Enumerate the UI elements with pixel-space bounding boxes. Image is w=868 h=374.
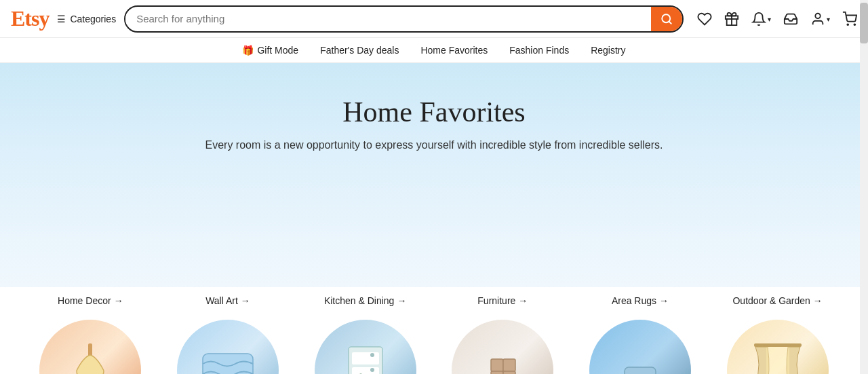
svg-point-42 — [370, 353, 374, 357]
category-circle-storage-organization — [315, 320, 416, 374]
arrow-icon: → — [241, 295, 250, 306]
etsy-logo[interactable]: Etsy — [11, 6, 49, 31]
category-item-curtains[interactable]: Curtains→ — [714, 320, 841, 374]
svg-line-1 — [669, 21, 671, 23]
svg-rect-41 — [352, 367, 379, 374]
category-label-wall-art: Wall Art→ — [205, 295, 250, 306]
bell-chevron: ▾ — [768, 16, 771, 23]
inbox-icon — [783, 12, 798, 26]
svg-rect-38 — [203, 354, 253, 374]
svg-rect-48 — [503, 371, 515, 374]
nav-fathers-day-label: Father's Day deals — [320, 45, 399, 56]
arrow-icon: → — [813, 295, 823, 306]
svg-rect-53 — [754, 343, 802, 347]
header-icons: ▾ ▾ — [697, 12, 857, 26]
arrow-icon: → — [659, 295, 669, 306]
svg-rect-50 — [625, 367, 656, 374]
heart-icon — [697, 12, 712, 26]
search-bar — [124, 5, 684, 33]
category-item-storage-organization[interactable]: Storage & Organization→ — [302, 320, 429, 374]
gift-button[interactable] — [724, 12, 739, 26]
search-input[interactable] — [125, 13, 651, 24]
account-button[interactable]: ▾ — [810, 12, 830, 26]
category-circle-curtains — [727, 320, 829, 374]
category-circle-bedding — [177, 320, 279, 374]
account-chevron: ▾ — [827, 16, 830, 23]
svg-rect-46 — [503, 359, 515, 371]
nav-gift-mode-label: Gift Mode — [257, 45, 298, 56]
nav-gift-mode[interactable]: 🎁 Gift Mode — [242, 45, 298, 56]
category-label-kitchen-dining: Kitchen & Dining→ — [324, 295, 407, 306]
categories-button[interactable]: ☰ Categories — [57, 14, 116, 24]
category-label-home-decor: Home Decor→ — [58, 295, 123, 306]
svg-rect-40 — [352, 352, 379, 364]
scrollbar-thumb[interactable] — [860, 3, 868, 43]
arrow-icon: → — [114, 295, 123, 306]
category-label-area-rugs: Area Rugs→ — [612, 295, 669, 306]
nav-registry-label: Registry — [591, 45, 625, 56]
svg-point-43 — [370, 368, 374, 372]
category-circle-bathroom — [589, 320, 691, 374]
cart-button[interactable] — [842, 12, 857, 26]
categories-label: Categories — [70, 14, 116, 24]
svg-point-5 — [847, 24, 848, 25]
search-button[interactable] — [651, 7, 682, 31]
nav-registry[interactable]: Registry — [591, 45, 625, 56]
category-item-lighting[interactable]: Lighting→ — [27, 320, 154, 374]
svg-point-6 — [854, 24, 855, 25]
arrow-icon: → — [518, 295, 528, 306]
nav-home-favorites-label: Home Favorites — [420, 45, 488, 56]
cart-icon — [842, 12, 857, 26]
hamburger-icon: ☰ — [57, 14, 66, 24]
category-item-bedding[interactable]: Bedding→ — [165, 320, 292, 374]
hero-title: Home Favorites — [0, 96, 868, 128]
category-item-home-improvement[interactable]: Home Improvement→ — [439, 320, 566, 374]
nav-fashion-finds[interactable]: Fashion Finds — [509, 45, 569, 56]
category-label-outdoor-garden: Outdoor & Garden→ — [732, 295, 822, 306]
bell-icon — [751, 12, 766, 26]
svg-rect-45 — [491, 359, 503, 371]
svg-rect-54 — [766, 347, 789, 374]
category-circle-lighting — [39, 320, 141, 374]
scrollbar[interactable] — [860, 0, 868, 374]
svg-point-4 — [815, 13, 820, 18]
gift-mode-icon: 🎁 — [242, 45, 254, 56]
nav-fathers-day[interactable]: Father's Day deals — [320, 45, 399, 56]
search-icon — [660, 13, 673, 25]
nav-fashion-finds-label: Fashion Finds — [509, 45, 569, 56]
header: Etsy ☰ Categories — [0, 0, 868, 38]
category-label-furniture: Furniture→ — [477, 295, 528, 306]
wishlist-button[interactable] — [697, 12, 712, 26]
hero-subtitle: Every room is a new opportunity to expre… — [0, 139, 868, 151]
gift-icon — [724, 12, 739, 26]
category-item-bathroom[interactable]: Bathroom→ — [577, 320, 704, 374]
inbox-button[interactable] — [783, 12, 798, 26]
svg-rect-47 — [491, 371, 503, 374]
arrow-icon: → — [397, 295, 406, 306]
notification-button[interactable]: ▾ — [751, 12, 771, 26]
category-circle-home-improvement — [452, 320, 553, 374]
nav-home-favorites[interactable]: Home Favorites — [420, 45, 488, 56]
hero-section: Home Favorites Every room is a new oppor… — [0, 63, 868, 287]
nav-bar: 🎁 Gift Mode Father's Day deals Home Favo… — [0, 38, 868, 63]
user-icon — [810, 12, 825, 26]
